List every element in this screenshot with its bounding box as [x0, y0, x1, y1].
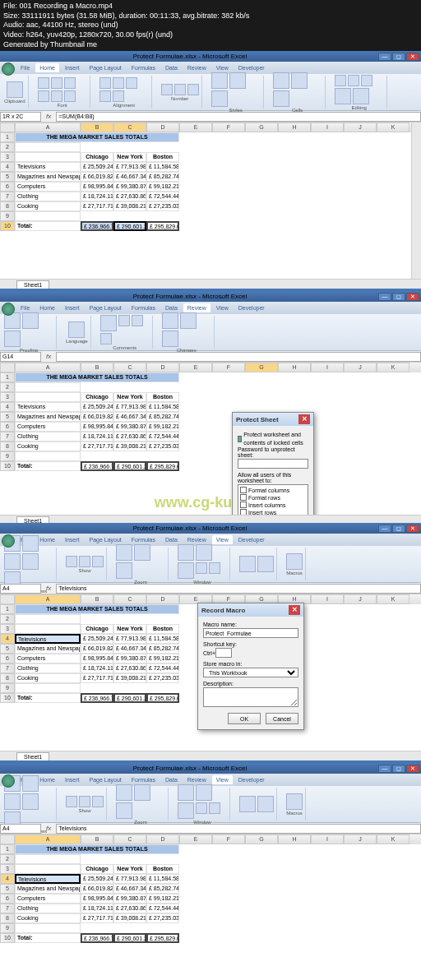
row-5[interactable]: 5 — [0, 172, 15, 182]
col-i[interactable]: I — [311, 363, 344, 372]
zoom-selection-icon[interactable] — [116, 802, 132, 819]
tab-review[interactable]: Review — [183, 535, 210, 544]
col-a[interactable]: A — [15, 834, 81, 844]
save-workspace-icon[interactable] — [239, 796, 256, 812]
ok-button[interactable]: OK — [228, 713, 261, 724]
hide-icon[interactable] — [209, 802, 220, 814]
new-comment-icon[interactable] — [100, 315, 117, 331]
col-e[interactable]: E — [179, 834, 212, 844]
zoom-100-icon[interactable] — [134, 544, 150, 561]
hdr-boston[interactable]: Boston — [146, 152, 179, 162]
cell-mags-n[interactable]: £ 46,667.34 — [113, 412, 146, 422]
cell-tv-c[interactable]: £ 25,509.24 — [81, 634, 113, 644]
row-8[interactable]: 8 — [0, 201, 15, 211]
cell-mags-b[interactable]: £ 85,282.74 — [146, 884, 179, 894]
col-d[interactable]: D — [146, 363, 179, 372]
cell-tv-n[interactable]: £ 77,913.98 — [113, 402, 146, 412]
sort-filter-icon[interactable] — [335, 88, 351, 104]
row-7[interactable]: 7 — [0, 192, 15, 201]
select-all-corner[interactable] — [0, 122, 15, 132]
tab-review[interactable]: Review — [183, 775, 210, 784]
cell-cook[interactable]: Cooking — [15, 913, 81, 923]
cell-total[interactable]: Total: — [15, 461, 81, 471]
maximize-button[interactable]: ◻ — [392, 53, 405, 61]
research-icon[interactable] — [22, 312, 39, 329]
worksheet[interactable]: ABCDEFGHIJK 1THE MEGA MARKET SALES TOTAL… — [0, 594, 421, 751]
title-cell[interactable]: THE MEGA MARKET SALES TOTALS — [15, 844, 179, 854]
row-2[interactable]: 2 — [0, 142, 15, 152]
cell-cloth[interactable]: Clothing — [15, 192, 81, 201]
cell-cook-b[interactable]: £ 27,235.03 — [146, 201, 179, 211]
tab-data[interactable]: Data — [161, 535, 182, 544]
tab-developer[interactable]: Developer — [234, 303, 269, 312]
col-b[interactable]: B — [81, 363, 113, 372]
arrange-icon[interactable] — [196, 784, 212, 801]
sheet-tab-1[interactable]: Sheet1 — [16, 280, 49, 289]
col-f[interactable]: F — [212, 363, 245, 372]
headings-chk[interactable] — [92, 556, 104, 567]
cell-comp[interactable]: Computers — [15, 654, 81, 663]
new-window-icon[interactable] — [178, 544, 194, 561]
cell-cook-b[interactable]: £ 27,235.03 — [146, 441, 179, 451]
col-d[interactable]: D — [146, 594, 179, 604]
select-all-corner[interactable] — [0, 363, 15, 372]
row-3[interactable]: 3 — [0, 152, 15, 162]
cell-mags-c[interactable]: £ 66,019.82 — [81, 172, 113, 182]
protect-workbook-icon[interactable] — [180, 312, 197, 329]
tab-view[interactable]: View — [212, 303, 233, 312]
macro-name-input[interactable] — [203, 628, 298, 638]
tab-view[interactable]: View — [212, 535, 233, 544]
tab-formulas[interactable]: Formulas — [127, 63, 160, 72]
cell-comp-c[interactable]: £ 98,995.84 — [81, 654, 113, 663]
tab-page[interactable]: Page Layout — [85, 63, 125, 72]
cell-mags-c[interactable]: £ 66,019.82 — [81, 644, 113, 654]
col-a[interactable]: A — [15, 363, 81, 372]
zoom-icon[interactable] — [116, 784, 132, 801]
minimize-button[interactable]: — — [378, 525, 391, 533]
cell-mags[interactable]: Magazines and Newspapers — [15, 884, 81, 894]
cell-comp[interactable]: Computers — [15, 182, 81, 192]
cell-mags[interactable]: Magazines and Newspapers — [15, 412, 81, 422]
ruler-chk[interactable] — [66, 556, 77, 567]
ruler-chk[interactable] — [66, 796, 77, 807]
col-f[interactable]: F — [212, 122, 245, 132]
minimize-button[interactable]: — — [378, 765, 391, 773]
sheet-tab-1[interactable]: Sheet1 — [16, 752, 49, 760]
row-3[interactable]: 3 — [0, 864, 15, 874]
desc-input[interactable] — [203, 687, 298, 707]
cell-mags-n[interactable]: £ 46,667.34 — [113, 884, 146, 894]
minimize-button[interactable]: — — [378, 53, 391, 61]
italic-icon[interactable] — [51, 77, 62, 89]
cell-total-c[interactable]: £ 236,966.72 — [81, 461, 113, 471]
cell-cloth[interactable]: Clothing — [15, 904, 81, 913]
share-workbook-icon[interactable] — [162, 331, 178, 347]
select-all-corner[interactable] — [0, 834, 15, 844]
cell-tv[interactable]: Televisions — [15, 402, 81, 412]
hdr-ny[interactable]: New York — [113, 624, 146, 634]
dialog-close-button[interactable]: ✕ — [298, 414, 310, 424]
cell-total[interactable]: Total: — [15, 933, 81, 943]
row-6[interactable]: 6 — [0, 894, 15, 904]
col-k[interactable]: K — [377, 594, 409, 604]
title-cell[interactable]: THE MEGA MARKET SALES TOTALS — [15, 372, 179, 382]
col-c[interactable]: C — [113, 834, 146, 844]
col-d[interactable]: D — [146, 122, 179, 132]
tab-view[interactable]: View — [212, 775, 233, 784]
tab-insert[interactable]: Insert — [61, 303, 84, 312]
row-9[interactable]: 9 — [0, 923, 15, 933]
headings-chk[interactable] — [92, 796, 104, 807]
align-right-icon[interactable] — [126, 77, 137, 89]
cell-total-n[interactable]: £ 290,601.26 — [113, 933, 146, 943]
cell-tv-n[interactable]: £ 77,913.98 — [113, 634, 146, 644]
fx-icon[interactable]: fx — [41, 585, 56, 592]
formula-input[interactable]: =SUM(B4:B8) — [56, 112, 421, 122]
name-box[interactable]: G14 — [0, 352, 41, 362]
tab-developer[interactable]: Developer — [234, 63, 269, 72]
cell-comp-b[interactable]: £ 99,182.21 — [146, 894, 179, 904]
cell-total-b[interactable]: £ 295,829.00 — [146, 221, 179, 231]
tab-file[interactable]: File — [16, 63, 34, 72]
hdr-boston[interactable]: Boston — [146, 392, 179, 402]
scrollbar-vertical[interactable] — [411, 122, 421, 279]
tab-insert[interactable]: Insert — [61, 63, 84, 72]
tab-developer[interactable]: Developer — [234, 535, 269, 544]
